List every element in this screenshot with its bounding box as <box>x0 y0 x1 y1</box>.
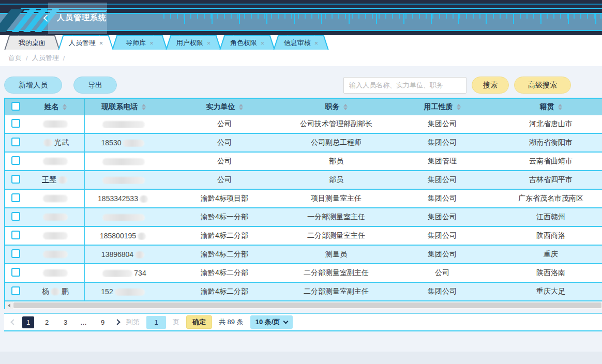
header-cell-origin[interactable]: 籍贯 <box>499 102 602 112</box>
table-row: 光武 18530 公司 公司副总工程师 集团公司 湖南省衡阳市 <box>5 134 602 153</box>
back-icon[interactable] <box>43 14 51 22</box>
row-checkbox[interactable] <box>11 175 20 184</box>
header-cell-phone[interactable]: 现联系电话 <box>85 102 162 112</box>
page-button-1[interactable]: 1 <box>22 316 34 328</box>
tab-close-icon[interactable]: × <box>207 40 211 47</box>
header-accent-line <box>21 8 602 9</box>
goto-label: 到第 <box>126 317 140 327</box>
breadcrumb-item[interactable]: 人员管理 <box>32 53 59 63</box>
goto-page-input[interactable] <box>146 316 166 329</box>
page-button-9[interactable]: 9 <box>97 316 109 328</box>
header-cell-title[interactable]: 职务 <box>287 102 386 112</box>
tab-label: 角色权限 <box>230 38 257 48</box>
tab-label: 用户权限 <box>176 38 203 48</box>
origin-cell: 重庆大足 <box>499 287 602 296</box>
tab-3[interactable]: 用户权限 × <box>172 35 215 50</box>
type-cell: 集团公司 <box>386 119 499 129</box>
row-select-cell <box>5 119 27 129</box>
title-cell: 二分部测量室副主任 <box>287 268 386 278</box>
redaction-smudge <box>43 269 68 277</box>
row-checkbox[interactable] <box>11 138 20 146</box>
redaction-smudge <box>102 270 132 277</box>
tab-5[interactable]: 信息审核 × <box>280 35 322 50</box>
search-button[interactable]: 搜索 <box>472 77 509 94</box>
row-checkbox[interactable] <box>11 268 20 277</box>
header-cell-type[interactable]: 用工性质 <box>386 102 499 112</box>
name-cell <box>27 264 85 282</box>
redaction-smudge <box>123 140 144 147</box>
bottom-strip <box>0 352 602 364</box>
type-cell: 集团公司 <box>386 138 499 147</box>
sort-icon[interactable] <box>558 104 562 110</box>
row-checkbox[interactable] <box>11 249 20 258</box>
redaction-smudge <box>102 158 145 165</box>
phone-cell <box>85 213 162 221</box>
tab-2[interactable]: 导师库 × <box>118 35 161 50</box>
unit-cell: 公司 <box>162 175 287 185</box>
unit-cell: 渝黔4标二分部 <box>162 250 287 259</box>
redacted-fragment: 王琴 <box>42 175 56 185</box>
row-checkbox[interactable] <box>11 156 20 165</box>
redacted-fragment: 13896804 <box>101 250 133 259</box>
ruler-ticks-large <box>158 14 602 24</box>
redacted-fragment: 152 <box>101 287 113 296</box>
unit-cell: 渝黔4标二分部 <box>162 231 287 240</box>
redaction-smudge <box>43 195 68 202</box>
row-checkbox[interactable] <box>11 286 20 295</box>
advanced-search-button[interactable]: 高级搜索 <box>514 77 571 94</box>
next-page-icon[interactable] <box>114 319 120 325</box>
tab-close-icon[interactable]: × <box>314 40 319 47</box>
tab-close-icon[interactable]: × <box>149 40 154 47</box>
title-cell: 公司副总工程师 <box>287 138 386 147</box>
tab-1[interactable]: 人员管理 × <box>65 35 107 50</box>
sort-icon[interactable] <box>142 104 146 110</box>
page-size-label: 10 条/页 <box>255 317 280 327</box>
breadcrumb-item[interactable]: 首页 <box>8 53 22 63</box>
page-button-3[interactable]: 3 <box>59 316 71 328</box>
name-cell: 王琴 <box>27 171 85 189</box>
table-row: 1853342533 渝黔4标项目部 项目测量室主任 集团公司 广东省茂名市茂南… <box>5 190 602 208</box>
tab-close-icon[interactable]: × <box>99 40 103 47</box>
unit-cell: 渝黔4标一分部 <box>162 213 287 222</box>
row-checkbox[interactable] <box>11 212 20 221</box>
page-button-2[interactable]: 2 <box>41 316 53 328</box>
column-label: 职务 <box>325 102 340 111</box>
row-checkbox[interactable] <box>11 231 20 239</box>
name-cell: 光武 <box>27 134 85 151</box>
sort-icon[interactable] <box>239 104 243 110</box>
header-cell-unit[interactable]: 实力单位 <box>162 102 287 112</box>
sort-icon[interactable] <box>457 104 461 110</box>
row-checkbox[interactable] <box>11 193 20 202</box>
scroll-left-button[interactable] <box>5 301 13 309</box>
column-label: 现联系电话 <box>102 102 138 111</box>
origin-cell: 江西赣州 <box>499 213 602 222</box>
export-button[interactable]: 导出 <box>73 77 117 94</box>
redaction-smudge <box>43 120 68 128</box>
page-size-select[interactable]: 10 条/页 <box>250 315 293 329</box>
row-select-cell <box>5 212 27 222</box>
title-cell: 二分部测量室副主任 <box>287 287 386 296</box>
toolbar: 新增人员 导出 搜索 高级搜索 <box>0 66 602 98</box>
prev-page-icon[interactable] <box>10 319 16 325</box>
add-person-button[interactable]: 新增人员 <box>4 77 62 94</box>
row-select-cell <box>5 231 27 241</box>
redacted-fragment: 杨 <box>42 287 49 296</box>
sort-icon[interactable] <box>343 104 348 110</box>
redacted-fragment: 18530 <box>101 139 122 147</box>
tab-4[interactable]: 角色权限 × <box>226 35 268 50</box>
sort-icon[interactable] <box>63 104 67 110</box>
name-cell: 杨鹏 <box>27 283 85 300</box>
tab-0[interactable]: 我的桌面 <box>11 35 53 50</box>
header-cell-name[interactable]: 姓名 <box>27 99 85 115</box>
row-select-cell <box>5 138 27 148</box>
column-label: 实力单位 <box>206 102 235 111</box>
unit-cell: 公司 <box>162 119 287 129</box>
row-checkbox[interactable] <box>11 119 20 128</box>
confirm-page-button[interactable]: 确定 <box>186 315 212 329</box>
row-select-cell <box>5 156 27 166</box>
select-all-checkbox[interactable] <box>11 102 20 111</box>
scrollbar-thumb[interactable] <box>13 302 601 308</box>
origin-cell: 云南省曲靖市 <box>499 157 602 166</box>
tab-close-icon[interactable]: × <box>261 40 265 47</box>
search-input[interactable] <box>343 77 466 94</box>
